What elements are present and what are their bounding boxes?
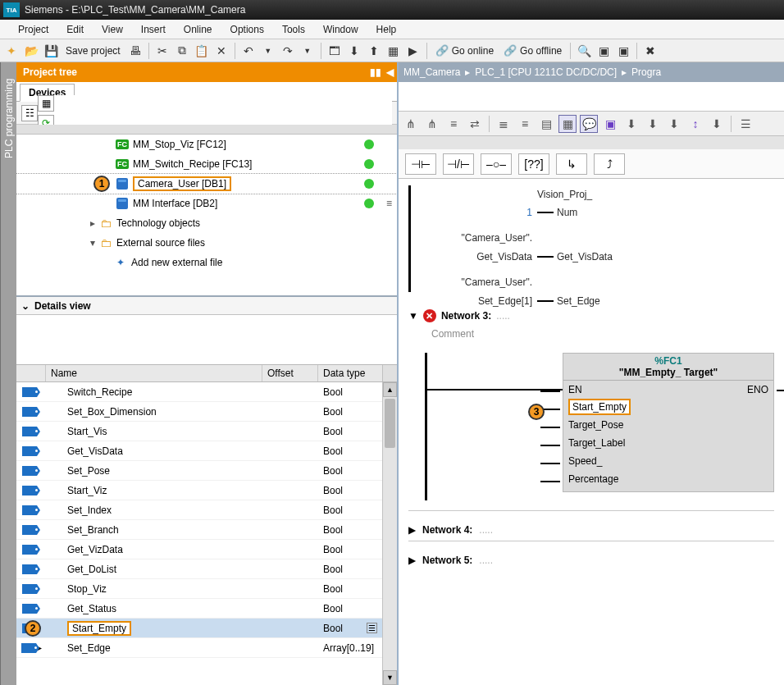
breadcrumb[interactable]: MM_Camera▸ PLC_1 [CPU 1211C DC/DC/DC]▸ P… — [399, 62, 784, 82]
chevron-right-icon[interactable]: ▸ — [90, 217, 95, 229]
rt-icon-10[interactable]: ▣ — [601, 115, 619, 133]
scroll-down-icon[interactable]: ▼ — [383, 670, 397, 685]
table-row[interactable]: Set_PoseBool — [16, 461, 397, 481]
tree-item-fc12[interactable]: FC MM_Stop_Viz [FC12] — [16, 135, 397, 154]
rt-icon-16[interactable]: ☰ — [736, 115, 754, 133]
side-strip[interactable]: PLC programming — [0, 62, 16, 685]
rt-icon-9[interactable]: 💬 — [580, 115, 598, 133]
rt-icon-1[interactable]: ⋔ — [402, 115, 420, 133]
pin-icon[interactable]: ▮▮ — [370, 66, 381, 78]
table-row[interactable]: Stop_VizBool — [16, 579, 397, 599]
function-block-fc1[interactable]: %FC1 "MM_Empty_ Target" EN ENO Start_Emp… — [563, 353, 774, 492]
delete-icon[interactable]: ✕ — [213, 43, 230, 59]
col-datatype[interactable]: Data type — [318, 365, 382, 381]
table-row[interactable]: Get_VizDataBool — [16, 540, 397, 559]
tree-item-add-ext-file[interactable]: ✦ Add new external file — [16, 253, 397, 272]
scroll-thumb[interactable] — [385, 399, 395, 448]
col-name[interactable]: Name — [46, 365, 262, 381]
menu-project[interactable]: Project — [10, 22, 57, 37]
rt-icon-15[interactable]: ⬇ — [708, 115, 726, 133]
menu-insert[interactable]: Insert — [133, 22, 174, 37]
collapse-icon[interactable]: ◀ — [386, 66, 394, 78]
tree-item-ext-source[interactable]: ▾ 🗀 External source files — [16, 233, 397, 253]
rt-icon-14[interactable]: ↕ — [686, 115, 704, 133]
branch-open-icon[interactable]: ↳ — [556, 153, 587, 175]
start-sim-icon[interactable]: ▶ — [405, 43, 422, 59]
compile-icon[interactable]: 🗔 — [326, 43, 343, 59]
rt-icon-12[interactable]: ⬇ — [644, 115, 662, 133]
chevron-right-icon: ▶ — [408, 555, 416, 566]
download-icon[interactable]: ⬇ — [346, 43, 362, 59]
cut-icon[interactable]: ✂ — [154, 43, 171, 59]
upload-icon[interactable]: ⬆ — [366, 43, 382, 59]
vertical-scrollbar[interactable]: ▲ ▼ — [382, 382, 397, 685]
table-row[interactable]: ▸Set_EdgeArray[0..19] — [16, 638, 397, 658]
rt-icon-4[interactable]: ⇄ — [466, 115, 484, 133]
print-icon[interactable]: 🖶 — [127, 43, 144, 59]
undo-drop-icon[interactable]: ▼ — [260, 43, 276, 59]
save-project-button[interactable]: Save project — [62, 42, 124, 60]
table-row[interactable]: 2Start_EmptyBool☰ — [16, 619, 397, 638]
table-row[interactable]: Start_VisBool — [16, 422, 397, 441]
rt-icon-8[interactable]: ▦ — [558, 115, 577, 133]
tree-view-icon[interactable]: ☷ — [21, 105, 38, 121]
table-row[interactable]: Switch_RecipeBool — [16, 382, 397, 402]
rt-icon-5[interactable]: ≣ — [495, 115, 513, 133]
go-offline-button[interactable]: 🔗Go offline — [500, 42, 565, 60]
chevron-down-icon[interactable]: ▾ — [90, 237, 95, 249]
undo-icon[interactable]: ↶ — [240, 43, 257, 59]
rt-icon-2[interactable]: ⋔ — [423, 115, 441, 133]
network-5-header[interactable]: ▶ Network 5: ..... — [408, 555, 774, 566]
tree-item-fc13[interactable]: FC MM_Switch_Recipe [FC13] — [16, 154, 397, 174]
table-row[interactable]: Set_Box_DimensionBool — [16, 402, 397, 422]
open-icon[interactable]: 📂 — [23, 43, 39, 59]
branch-close-icon[interactable]: ⤴ — [594, 153, 625, 175]
props-icon[interactable]: ≡ — [386, 198, 392, 209]
menu-options[interactable]: Options — [222, 22, 272, 37]
tree-item-db2[interactable]: MM Interface [DB2] ≡ — [16, 194, 397, 213]
search-icon[interactable]: 🔍 — [576, 43, 592, 59]
ladder-editor[interactable]: Vision_Proj_1Num"Camera_User".Get_VisDat… — [399, 179, 784, 685]
rt-icon-13[interactable]: ⬇ — [665, 115, 683, 133]
menu-tools[interactable]: Tools — [274, 22, 313, 37]
copy-icon[interactable]: ⧉ — [174, 43, 190, 59]
rt-icon-7[interactable]: ▤ — [537, 115, 555, 133]
coil-icon[interactable]: –○– — [481, 153, 512, 175]
ref1-icon[interactable]: ▣ — [595, 43, 612, 59]
grid-icon[interactable]: ▦ — [38, 95, 54, 112]
menu-edit[interactable]: Edit — [58, 22, 92, 37]
rt-icon-6[interactable]: ≡ — [516, 115, 534, 133]
rt-icon-11[interactable]: ⬇ — [622, 115, 640, 133]
ref2-icon[interactable]: ▣ — [615, 43, 631, 59]
menu-window[interactable]: Window — [315, 22, 367, 37]
sim-icon[interactable]: ▦ — [385, 43, 402, 59]
menu-view[interactable]: View — [93, 22, 131, 37]
new-icon[interactable]: ✦ — [3, 43, 20, 59]
contact-nc-icon[interactable]: ⊣/⊢ — [443, 153, 474, 175]
network-3-comment[interactable]: Comment — [408, 328, 774, 340]
rt-icon-3[interactable]: ≡ — [444, 115, 463, 133]
network-4-header[interactable]: ▶ Network 4: ..... — [408, 524, 774, 536]
tag-icon — [22, 584, 37, 594]
table-row[interactable]: Set_IndexBool — [16, 500, 397, 520]
go-online-button[interactable]: 🔗Go online — [432, 42, 497, 60]
redo-drop-icon[interactable]: ▼ — [299, 43, 316, 59]
cross-ref-icon[interactable]: ✖ — [642, 43, 659, 59]
redo-icon[interactable]: ↷ — [280, 43, 296, 59]
table-row[interactable]: Get_StatusBool — [16, 599, 397, 619]
save-icon[interactable]: 💾 — [43, 43, 59, 59]
table-row[interactable]: Get_VisDataBool — [16, 441, 397, 461]
details-view-header[interactable]: ⌄ Details view — [16, 295, 397, 315]
paste-icon[interactable]: 📋 — [194, 43, 210, 59]
menu-online[interactable]: Online — [175, 22, 221, 37]
menu-help[interactable]: Help — [368, 22, 405, 37]
contact-no-icon[interactable]: ⊣⊢ — [405, 153, 436, 175]
empty-box-icon[interactable]: [??] — [518, 153, 549, 175]
col-offset[interactable]: Offset — [262, 365, 318, 381]
table-row[interactable]: Set_BranchBool — [16, 520, 397, 540]
tree-item-db1[interactable]: 1 Camera_User [DB1] — [16, 174, 397, 194]
table-row[interactable]: Get_DoListBool — [16, 559, 397, 579]
scroll-up-icon[interactable]: ▲ — [383, 382, 397, 397]
table-row[interactable]: Start_VizBool — [16, 481, 397, 500]
tree-item-tech-objects[interactable]: ▸ 🗀 Technology objects — [16, 213, 397, 233]
